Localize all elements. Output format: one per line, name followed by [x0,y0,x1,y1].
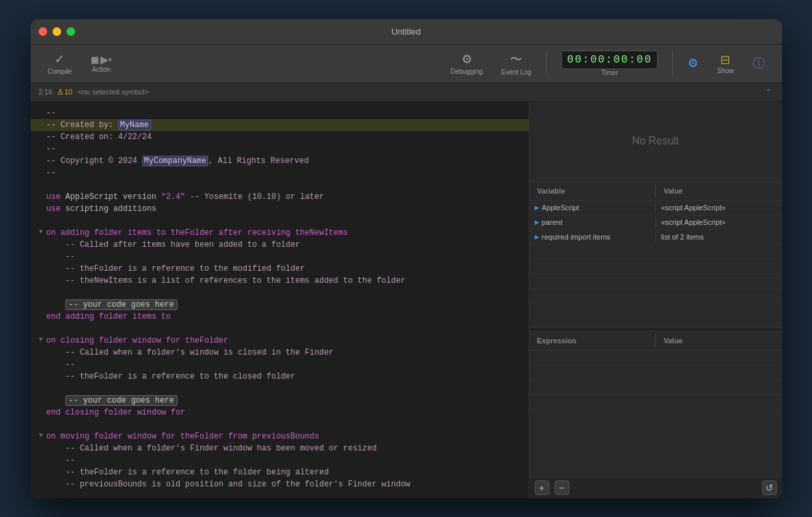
no-result-text: No Result [632,135,678,147]
empty-var-row [529,289,782,303]
variables-panel: Variable Value ▶ AppleScript «script App… [529,182,782,327]
expression-col-header: Expression [529,334,656,347]
maximize-button[interactable] [67,27,75,36]
debugging-button[interactable]: ⚙ Debugging [441,52,491,75]
timer-group: 00:00:00:00 Timer [552,51,668,77]
action-button[interactable]: ◼ ▶ ▾ Action [81,53,121,73]
code-line: -- Called when a folder's window is clos… [31,347,529,359]
var-chevron-icon[interactable]: ▶ [535,219,539,226]
code-text [47,179,51,191]
empty-expr-row [529,380,782,395]
right-panel: No Result Variable Value ▶ AppleScript «… [529,102,782,498]
code-line: ▼ on moving folder window for theFolder … [31,431,529,442]
code-line: -- Created by: MyName [31,119,529,131]
code-line: use scripting additions [31,203,529,215]
close-button[interactable] [39,27,47,36]
code-line [31,383,529,395]
code-text: -- theNewItems is a list of references t… [47,275,406,287]
show-label: Show [717,67,734,75]
code-line: -- [31,251,529,263]
company-highlight: MyCompanyName [142,156,209,166]
code-line: ▼ on adding folder items to theFolder af… [31,227,529,239]
variable-row-applescript[interactable]: ▶ AppleScript «script AppleScript» [529,201,782,216]
gear-icon: ⚙ [688,56,698,71]
code-line: ▼ on closing folder window for theFolder [31,335,529,347]
var-name-parent: ▶ parent [529,216,656,228]
code-line: -- theFolder is a reference to the folde… [31,466,529,478]
cursor-position: 2:16 [39,88,53,96]
traffic-lights [39,27,75,36]
code-text: -- your code goes here [47,299,178,311]
var-name-applescript: ▶ AppleScript [529,202,656,214]
fold-gutter[interactable]: ▼ [36,227,47,237]
compile-button[interactable]: ✓ Compile [39,52,82,75]
code-line [31,215,529,227]
code-line: end closing folder window for [31,407,529,419]
placeholder-box-2[interactable]: -- your code goes here [65,395,177,406]
variables-header: Variable Value [529,182,782,201]
code-text: end adding folder items to [47,311,171,323]
code-line: -- your code goes here [31,299,529,311]
code-line: -- [31,359,529,371]
code-text: -- [47,454,75,466]
var-value-required: list of 2 items [655,231,782,243]
settings-button[interactable]: ⚙ [678,56,708,71]
code-line: -- Copyright © 2024 MyCompanyName, All R… [31,155,529,167]
placeholder-box[interactable]: -- your code goes here [65,299,177,310]
compile-icon: ✓ [55,52,65,67]
code-editor[interactable]: -- -- Created by: MyName -- Created on: … [31,102,529,498]
variable-row-parent[interactable]: ▶ parent «script AppleScript» [529,216,782,230]
value-col-header: Value [655,184,782,198]
minimize-button[interactable] [53,27,61,36]
empty-expr-row [529,351,782,365]
code-line [31,419,529,431]
run-chevron-icon: ▾ [108,56,112,63]
debugging-label: Debugging [450,68,482,75]
refresh-button[interactable]: ↺ [762,480,777,495]
code-line: -- [31,107,529,119]
var-chevron-icon[interactable]: ▶ [535,204,539,211]
code-line [31,287,529,299]
code-text [47,323,51,335]
empty-var-row [529,245,782,259]
statusbar: 2:16 Δ 10 <no selected symbol> ⌃ [31,83,782,102]
add-expression-button[interactable]: + [535,480,549,495]
empty-expr-row [529,365,782,380]
debugging-icon: ⚙ [462,52,472,67]
fold-gutter[interactable]: ▼ [36,335,47,345]
fold-gutter[interactable]: ▼ [36,431,47,440]
code-text: -- theFolder is a reference to the modif… [47,263,305,275]
warning-count: Δ 10 [58,88,72,96]
code-text: -- Copyright © 2024 MyCompanyName, All R… [47,155,309,167]
timer-label: Timer [601,69,618,77]
code-line: -- [31,454,529,466]
statusbar-chevron-icon: ⌃ [765,88,771,96]
var-chevron-icon[interactable]: ▶ [535,234,539,240]
code-text [47,383,51,395]
var-value-applescript: «script AppleScript» [655,202,782,214]
compile-label: Compile [48,68,72,75]
main-content: -- -- Created by: MyName -- Created on: … [31,102,782,498]
timer-display: 00:00:00:00 [561,51,658,69]
no-result-area: No Result [529,102,782,182]
code-text: end closing folder window for [47,407,186,419]
show-icon: ⊟ [720,53,730,67]
info-button[interactable]: ⓘ [744,55,774,71]
remove-expression-button[interactable]: − [555,480,569,495]
code-line: -- theFolder is a reference to the modif… [31,263,529,275]
event-log-button[interactable]: 〜 Event Log [492,51,541,76]
code-text [47,490,51,498]
action-label: Action [92,66,110,73]
empty-var-row [529,259,782,274]
show-button[interactable]: ⊟ Show [708,53,743,75]
code-line: end adding folder items to [31,311,529,323]
code-text: -- your code goes here [47,395,178,407]
var-value-parent: «script AppleScript» [655,216,782,228]
expr-value-col-header: Value [655,334,782,347]
variable-row-required[interactable]: ▶ required import items list of 2 items [529,230,782,245]
code-line [31,490,529,498]
code-line [31,323,529,335]
code-line: -- Called when a folder's Finder window … [31,442,529,454]
code-line: -- Called after items have been added to… [31,239,529,251]
info-icon: ⓘ [753,55,765,71]
